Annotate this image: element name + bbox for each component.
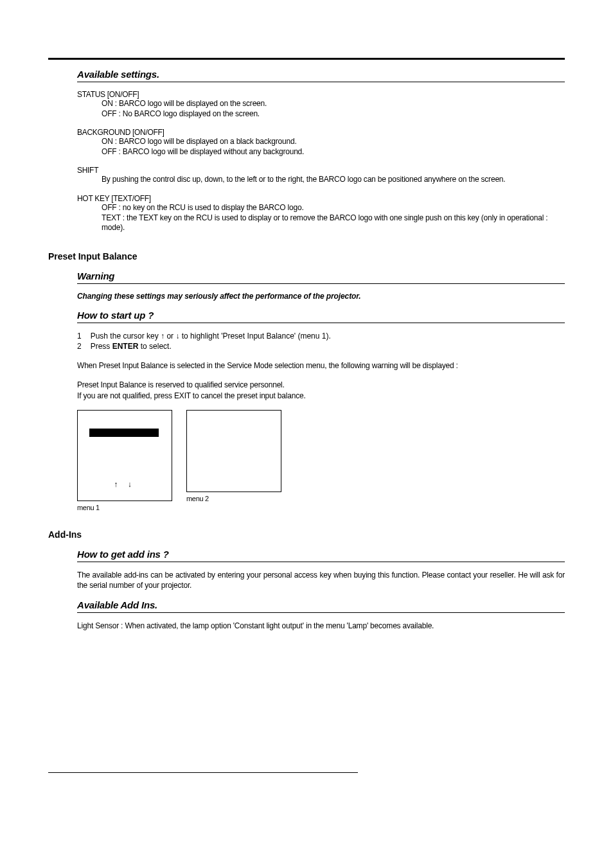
enter-key-label: ENTER (112, 342, 139, 351)
heading-add-ins: Add-Ins (48, 529, 565, 540)
section-title-howto-addins: How to get add ins ? (77, 549, 565, 562)
addins-available-text: Light Sensor : When activated, the lamp … (77, 621, 565, 631)
hotkey-label: HOT KEY [TEXT/OFF] (77, 194, 565, 203)
menu-1-box: ↑ ↓ (77, 410, 172, 501)
warning-text: Changing these settings may seriously af… (77, 292, 565, 301)
setting-status: STATUS [ON/OFF] ON : BARCO logo will be … (77, 90, 565, 119)
menu-1-caption: menu 1 (77, 504, 172, 511)
howto-steps: 1 Push the cursor key ↑ or ↓ to highligh… (77, 331, 565, 351)
menu-2-col: menu 2 (186, 410, 281, 502)
background-label: BACKGROUND [ON/OFF] (77, 128, 565, 137)
hotkey-text: TEXT : the TEXT key on the RCU is used t… (102, 213, 565, 233)
top-rule (48, 58, 565, 60)
setting-shift: SHIFT By pushing the control disc up, do… (77, 166, 565, 185)
footer-rule (48, 772, 358, 773)
heading-preset-input-balance: Preset Input Balance (48, 251, 565, 261)
background-on: ON : BARCO logo will be displayed on a b… (102, 137, 565, 147)
setting-hotkey: HOT KEY [TEXT/OFF] OFF : no key on the R… (77, 194, 565, 233)
setting-background: BACKGROUND [ON/OFF] ON : BARCO logo will… (77, 128, 565, 157)
section-title-howto-start: How to start up ? (77, 310, 565, 323)
step-text: Press ENTER to select. (91, 341, 172, 351)
hotkey-off: OFF : no key on the RCU is used to displ… (102, 203, 565, 213)
menu-1-arrows: ↑ ↓ (78, 480, 172, 489)
background-off: OFF : BARCO logo will be displayed witho… (102, 147, 565, 157)
step-text: Push the cursor key ↑ or ↓ to highlight … (91, 331, 331, 341)
menu-1-col: ↑ ↓ menu 1 (77, 410, 172, 511)
preset-paragraph-2: Preset Input Balance is reserved to qual… (77, 380, 565, 400)
step-number: 1 (77, 331, 82, 341)
status-off: OFF : No BARCO logo displayed on the scr… (102, 109, 565, 120)
step-number: 2 (77, 341, 82, 351)
preset-paragraph-1: When Preset Input Balance is selected in… (77, 360, 565, 371)
shift-label: SHIFT (77, 166, 565, 175)
shift-desc: By pushing the control disc up, down, to… (102, 175, 565, 185)
section-title-available-settings: Available settings. (77, 69, 565, 82)
menu-2-box (186, 410, 281, 492)
step-2: 2 Press ENTER to select. (77, 341, 565, 351)
menu-figures: ↑ ↓ menu 1 menu 2 (77, 410, 565, 511)
step-1: 1 Push the cursor key ↑ or ↓ to highligh… (77, 331, 565, 341)
section-title-warning: Warning (77, 270, 565, 284)
section-title-available-addins: Available Add Ins. (77, 599, 565, 613)
menu-2-caption: menu 2 (186, 495, 281, 502)
status-label: STATUS [ON/OFF] (77, 90, 565, 99)
addins-howto-text: The available add-ins can be activated b… (77, 570, 565, 590)
menu-1-selection-bar (89, 429, 159, 437)
status-on: ON : BARCO logo will be displayed on the… (102, 99, 565, 109)
